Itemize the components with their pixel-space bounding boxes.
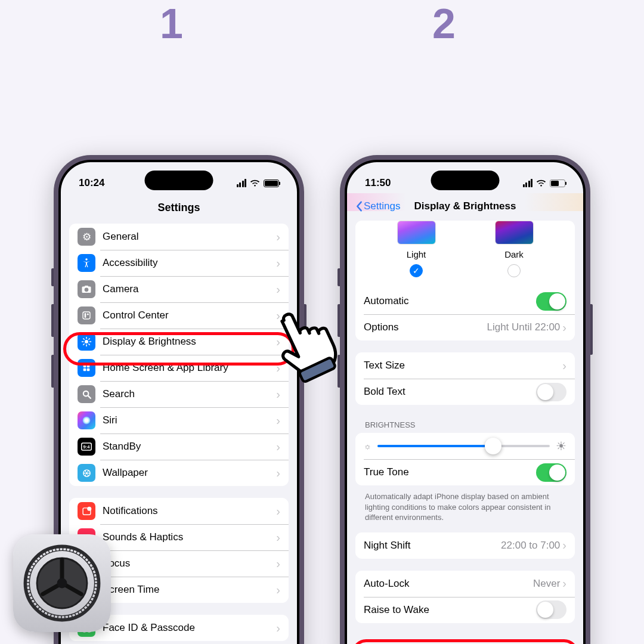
chevron-right-icon: › [562, 359, 566, 373]
chevron-right-icon: › [562, 577, 566, 590]
camera-icon [78, 280, 95, 298]
wifi-icon [536, 179, 546, 187]
toggle-true-tone[interactable] [536, 463, 566, 482]
row-automatic[interactable]: Automatic [355, 288, 575, 314]
siri-icon [78, 411, 95, 429]
appearance-group: Light ✓ Dark Automatic OptionsLight Unti… [355, 221, 575, 340]
step-number-1: 1 [160, 0, 183, 48]
svg-line-9 [83, 339, 85, 340]
row-true-tone[interactable]: True Tone [355, 459, 575, 485]
toggle-raise-to-wake[interactable] [536, 600, 566, 619]
battery-icon [264, 179, 279, 187]
radio-dark[interactable] [507, 264, 521, 277]
row-options[interactable]: OptionsLight Until 22:00› [355, 314, 575, 340]
step-number-2: 2 [432, 0, 456, 48]
search-icon [78, 385, 95, 403]
nav-bar: Settings Display & Brightness [347, 197, 583, 221]
chevron-right-icon: › [562, 321, 566, 335]
status-time: 10:24 [79, 177, 104, 189]
night-shift-group: Night Shift22:00 to 7:00› [355, 532, 575, 559]
back-button[interactable]: Settings [355, 200, 400, 212]
appearance-light[interactable]: Light ✓ [386, 221, 446, 277]
row-wallpaper[interactable]: Wallpaper› [69, 460, 289, 486]
row-night-shift[interactable]: Night Shift22:00 to 7:00› [355, 532, 575, 559]
display-brightness-icon [78, 333, 95, 351]
lock-group: Auto-LockNever› Raise to Wake [355, 571, 575, 623]
svg-point-3 [87, 313, 89, 315]
chevron-left-icon [355, 201, 363, 212]
standby-icon: 9:4 [78, 438, 95, 456]
battery-icon [550, 179, 565, 187]
toggle-bold-text[interactable] [536, 383, 566, 401]
page-title: Settings [61, 197, 297, 224]
dynamic-island [431, 171, 500, 190]
radio-light[interactable]: ✓ [410, 264, 423, 277]
svg-line-28 [87, 474, 88, 476]
accessibility-icon [78, 254, 95, 272]
section-brightness-header: BRIGHTNESS [355, 417, 575, 433]
svg-line-23 [85, 470, 85, 472]
svg-point-22 [85, 472, 88, 474]
wifi-icon [250, 179, 260, 187]
svg-line-12 [89, 339, 90, 340]
svg-point-4 [85, 340, 88, 343]
row-display-brightness[interactable]: Display & Brightness› [69, 329, 289, 355]
row-raise-to-wake[interactable]: Raise to Wake [355, 597, 575, 623]
brightness-group: ☼ ☀︎ True Tone [355, 433, 575, 485]
chevron-right-icon: › [276, 256, 280, 270]
svg-rect-16 [87, 369, 90, 371]
row-home-screen[interactable]: Home Screen & App Library› [69, 355, 289, 381]
row-accessibility[interactable]: Accessibility› [69, 250, 289, 276]
toggle-automatic[interactable] [536, 292, 566, 311]
chevron-right-icon: › [276, 466, 280, 480]
svg-rect-13 [83, 365, 86, 368]
brightness-slider[interactable] [377, 445, 550, 447]
svg-line-24 [87, 470, 88, 472]
chevron-right-icon: › [276, 583, 280, 597]
control-center-icon [78, 306, 95, 324]
row-auto-lock[interactable]: Auto-LockNever› [355, 571, 575, 597]
svg-rect-14 [87, 365, 90, 368]
settings-group-1: ⚙︎General› Accessibility› Camera› Contro… [69, 224, 289, 486]
row-bold-text[interactable]: Bold Text [355, 379, 575, 405]
general-icon: ⚙︎ [78, 228, 95, 246]
svg-text:9:4: 9:4 [83, 444, 91, 450]
home-screen-icon [78, 359, 95, 377]
svg-line-10 [89, 344, 90, 345]
row-standby[interactable]: 9:4StandBy› [69, 434, 289, 460]
appearance-dark[interactable]: Dark [484, 221, 544, 277]
chevron-right-icon: › [276, 557, 280, 571]
settings-app-icon [13, 534, 111, 632]
cellular-icon [523, 179, 533, 187]
row-text-size[interactable]: Text Size› [355, 352, 575, 379]
row-siri[interactable]: Siri› [69, 407, 289, 434]
cellular-icon [237, 179, 247, 187]
sun-large-icon: ☀︎ [556, 439, 566, 453]
svg-line-27 [85, 474, 85, 476]
svg-rect-2 [85, 313, 86, 318]
chevron-right-icon: › [276, 504, 280, 518]
chevron-right-icon: › [562, 538, 566, 552]
svg-point-42 [57, 578, 67, 589]
row-brightness-slider[interactable]: ☼ ☀︎ [355, 433, 575, 459]
svg-point-0 [85, 258, 87, 260]
sun-small-icon: ☼ [364, 441, 371, 451]
svg-rect-1 [83, 312, 90, 319]
row-camera[interactable]: Camera› [69, 276, 289, 302]
appearance-preview-dark [495, 221, 534, 244]
svg-line-18 [88, 395, 90, 398]
row-control-center[interactable]: Control Center› [69, 302, 289, 329]
true-tone-footer: Automatically adapt iPhone display based… [355, 488, 575, 532]
dynamic-island [145, 171, 213, 190]
row-search[interactable]: Search› [69, 381, 289, 407]
appearance-preview-light [397, 221, 436, 244]
pointer-hand-icon [268, 289, 352, 385]
wallpaper-icon [78, 464, 95, 482]
chevron-right-icon: › [276, 230, 280, 244]
chevron-right-icon: › [276, 388, 280, 401]
svg-line-11 [83, 344, 85, 345]
row-general[interactable]: ⚙︎General› [69, 224, 289, 250]
svg-rect-15 [83, 369, 86, 371]
chevron-right-icon: › [276, 440, 280, 454]
row-notifications[interactable]: Notifications› [69, 498, 289, 524]
